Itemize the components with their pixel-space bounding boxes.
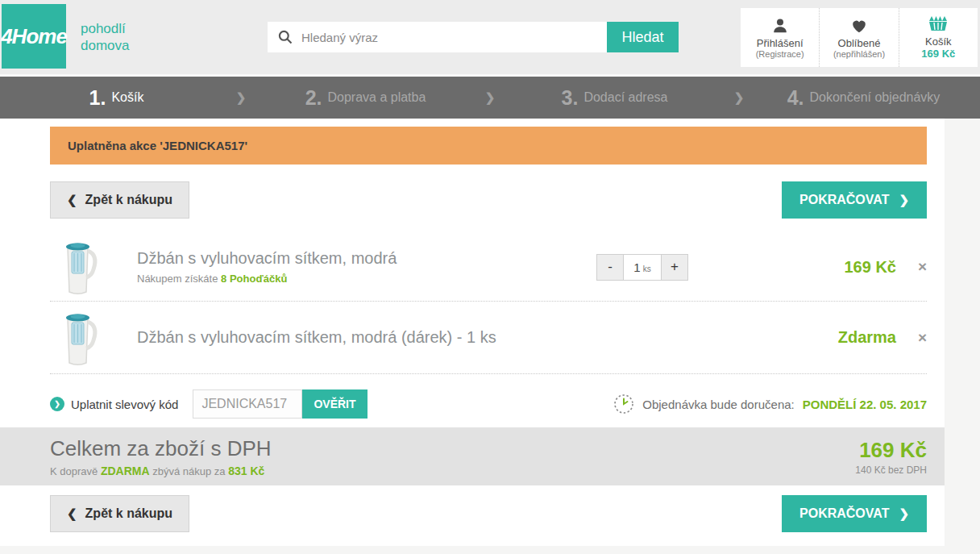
- chevron-right-icon: ❯: [899, 193, 909, 207]
- cart-summary: Celkem za zboží s DPH K dopravě ZDARMA z…: [0, 427, 945, 485]
- product-title[interactable]: Džbán s vyluhovacím sítkem, modrá: [137, 249, 596, 268]
- search-box: [268, 22, 607, 52]
- quantity-decrease-button[interactable]: -: [596, 254, 624, 281]
- chevron-right-icon: ❯: [482, 90, 498, 105]
- back-to-shopping-button[interactable]: ❮ Zpět k nákupu: [50, 495, 189, 532]
- summary-right: 169 Kč 140 Kč bez DPH: [855, 438, 927, 476]
- continue-button[interactable]: POKRAČOVAT ❯: [782, 495, 927, 532]
- coupon-code-input[interactable]: [193, 389, 302, 419]
- chevron-right-icon: ❯: [899, 506, 909, 521]
- chevron-left-icon: ❮: [67, 506, 77, 521]
- brand-logo-text: 4Home: [1, 24, 67, 49]
- coupon-label: Uplatnit slevový kód: [71, 398, 178, 411]
- promo-applied-banner: Uplatněna akce 'JEDNICKA517': [50, 127, 927, 165]
- search-bar: Hledat: [268, 22, 679, 52]
- search-icon: [277, 29, 293, 45]
- search-button[interactable]: Hledat: [607, 22, 679, 52]
- cart-total-badge: 169 Kč: [921, 48, 955, 60]
- summary-title: Celkem za zboží s DPH: [50, 436, 272, 461]
- cart-item-row: Džbán s vyluhovacím sítkem, modrá (dárek…: [50, 301, 927, 373]
- heart-icon: [850, 17, 868, 35]
- product-image: [50, 306, 106, 369]
- reward-points: 8 Pohoďáčků: [221, 273, 287, 285]
- cart-link[interactable]: Košík 169 Kč: [899, 8, 978, 67]
- quantity-increase-button[interactable]: +: [661, 254, 688, 281]
- user-icon: [771, 17, 789, 35]
- checkout-steps: 1. Košík ❯ 2. Doprava a platba ❯ 3. Doda…: [0, 77, 980, 119]
- back-to-shopping-button[interactable]: ❮ Zpět k nákupu: [50, 181, 189, 219]
- product-title[interactable]: Džbán s vyluhovacím sítkem, modrá (dárek…: [137, 328, 775, 347]
- cart-item-row: Džbán s vyluhovacím sítkem, modrá Nákupe…: [50, 233, 927, 301]
- step-finish-order[interactable]: 4. Dokončení objednávky: [747, 86, 980, 110]
- basket-icon: [928, 15, 949, 33]
- item-price: 169 Kč: [775, 258, 896, 277]
- total-price-novat: 140 Kč bez DPH: [855, 464, 927, 476]
- cart-items-list: Džbán s vyluhovacím sítkem, modrá Nákupe…: [50, 233, 927, 373]
- login-link[interactable]: Přihlášení (Registrace): [741, 8, 819, 67]
- free-shipping-hint: K dopravě ZDARMA zbývá nákup za 831 Kč: [50, 464, 272, 477]
- chevron-right-icon: ❯: [731, 90, 747, 105]
- brand-logo[interactable]: 4Home: [2, 4, 66, 69]
- search-input[interactable]: [301, 31, 607, 44]
- arrow-circle-icon: ❯: [50, 397, 64, 411]
- continue-button[interactable]: POKRAČOVAT ❯: [782, 181, 927, 219]
- header: 4Home pohodlí domova Hledat Přihlášení (…: [0, 0, 980, 74]
- product-reward: Nákupem získáte 8 Pohoďáčků: [137, 273, 596, 285]
- chevron-left-icon: ❮: [67, 193, 77, 207]
- remove-item-icon[interactable]: ×: [896, 329, 927, 347]
- quantity-stepper: - 1 ks +: [596, 254, 688, 281]
- brand-tagline: pohodlí domova: [81, 20, 129, 54]
- cart-content: Uplatněna akce 'JEDNICKA517' ❮ Zpět k ná…: [0, 119, 945, 427]
- step-shipping-payment[interactable]: 2. Doprava a platba: [249, 86, 482, 110]
- product-info: Džbán s vyluhovacím sítkem, modrá Nákupe…: [137, 249, 596, 285]
- chevron-right-icon: ❯: [233, 90, 249, 105]
- favorites-link[interactable]: Oblíbené (nepřihlášen): [819, 8, 898, 67]
- step-delivery-address[interactable]: 3. Dodací adresa: [498, 86, 731, 110]
- delivery-date: PONDĚLÍ 22. 05. 2017: [803, 398, 927, 411]
- item-price: Zdarma: [775, 328, 896, 347]
- top-actions-row: ❮ Zpět k nákupu POKRAČOVAT ❯: [50, 181, 927, 219]
- total-price: 169 Kč: [855, 438, 927, 463]
- coupon-delivery-row: ❯ Uplatnit slevový kód OVĚŘIT Objednávka…: [50, 385, 927, 427]
- coupon-verify-button[interactable]: OVĚŘIT: [302, 389, 367, 419]
- step-cart[interactable]: 1. Košík: [0, 86, 233, 110]
- row-divider: [50, 373, 927, 374]
- quantity-value: 1 ks: [624, 254, 661, 281]
- product-image: [50, 235, 106, 298]
- bottom-actions-row: ❮ Zpět k nákupu POKRAČOVAT ❯: [0, 485, 945, 546]
- account-panel: Přihlášení (Registrace) Oblíbené (nepřih…: [741, 8, 978, 67]
- product-info: Džbán s vyluhovacím sítkem, modrá (dárek…: [137, 328, 775, 347]
- remove-item-icon[interactable]: ×: [896, 258, 927, 276]
- summary-left: Celkem za zboží s DPH K dopravě ZDARMA z…: [50, 436, 272, 477]
- delivery-estimate: Objednávka bude doručena: PONDĚLÍ 22. 05…: [613, 394, 927, 414]
- coupon-form: ❯ Uplatnit slevový kód OVĚŘIT: [50, 389, 368, 419]
- clock-icon: [613, 394, 634, 414]
